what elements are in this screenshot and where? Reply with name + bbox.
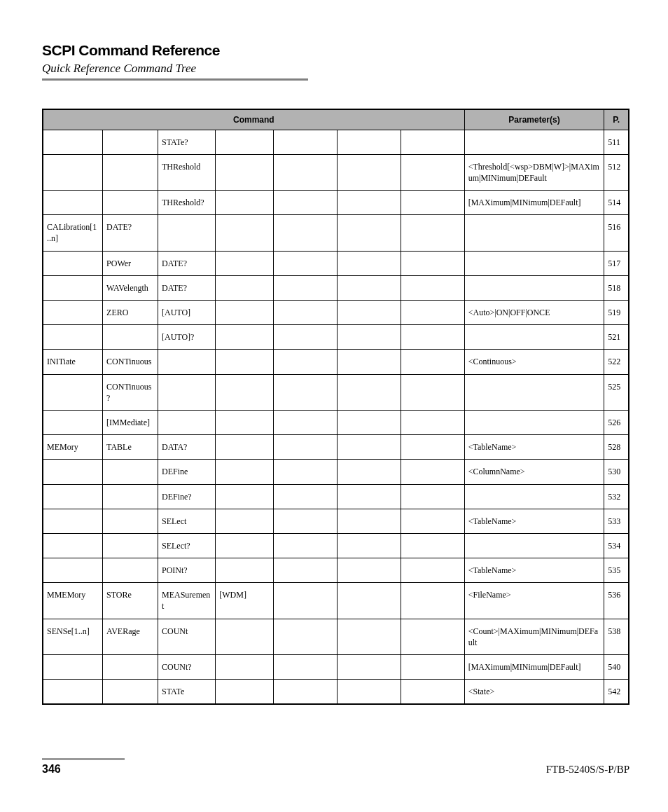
cell-c1: INITiate bbox=[43, 350, 103, 374]
cell-c2: CONTinuous bbox=[103, 350, 158, 374]
cell-c4 bbox=[216, 130, 273, 154]
table-row: [IMMediate]526 bbox=[43, 410, 629, 434]
cell-c5 bbox=[273, 325, 337, 350]
table-row: [AUTO]?521 bbox=[43, 325, 629, 350]
cell-param bbox=[464, 275, 604, 300]
table-row: WAVelengthDATE?518 bbox=[43, 275, 629, 300]
page-subtitle: Quick Reference Command Tree bbox=[42, 62, 629, 76]
cell-c4 bbox=[216, 484, 273, 509]
cell-c1 bbox=[43, 275, 103, 300]
cell-c6 bbox=[337, 583, 401, 619]
command-table: Command Parameter(s) P. STATe?511THResho… bbox=[42, 109, 629, 706]
cell-c2: POWer bbox=[103, 251, 158, 275]
cell-c5 bbox=[273, 374, 337, 410]
table-row: POWerDATE?517 bbox=[43, 251, 629, 275]
cell-param bbox=[464, 374, 604, 410]
cell-param: <Continuous> bbox=[464, 350, 604, 374]
table-row: THReshold?[MAXimum|MINimum|DEFault]514 bbox=[43, 191, 629, 215]
cell-page: 517 bbox=[604, 251, 629, 275]
cell-c4 bbox=[216, 509, 273, 533]
cell-c4 bbox=[216, 275, 273, 300]
cell-c5 bbox=[273, 191, 337, 215]
table-row: DEFine<ColumnName>530 bbox=[43, 460, 629, 484]
cell-c1 bbox=[43, 325, 103, 350]
cell-param: <State> bbox=[464, 680, 604, 705]
cell-c7 bbox=[401, 583, 464, 619]
cell-c3: STATe? bbox=[158, 130, 216, 154]
cell-c6 bbox=[337, 410, 401, 434]
cell-page: 528 bbox=[604, 435, 629, 460]
document-id: FTB-5240S/S-P/BP bbox=[546, 764, 629, 776]
page-footer: 346 FTB-5240S/S-P/BP bbox=[42, 758, 629, 776]
cell-c1 bbox=[43, 410, 103, 434]
table-row: SELect<TableName>533 bbox=[43, 509, 629, 533]
cell-c4 bbox=[216, 533, 273, 558]
cell-c6 bbox=[337, 130, 401, 154]
cell-c3: DATE? bbox=[158, 251, 216, 275]
cell-c3: DEFine? bbox=[158, 484, 216, 509]
cell-c6 bbox=[337, 619, 401, 654]
cell-c1 bbox=[43, 484, 103, 509]
cell-c3 bbox=[158, 374, 216, 410]
cell-c7 bbox=[401, 435, 464, 460]
cell-c5 bbox=[273, 484, 337, 509]
cell-page: 534 bbox=[604, 533, 629, 558]
cell-c5 bbox=[273, 275, 337, 300]
cell-page: 521 bbox=[604, 325, 629, 350]
cell-c1 bbox=[43, 301, 103, 325]
cell-c6 bbox=[337, 558, 401, 583]
cell-c2 bbox=[103, 325, 158, 350]
table-header-row: Command Parameter(s) P. bbox=[43, 109, 629, 130]
cell-c4 bbox=[216, 619, 273, 654]
cell-page: 522 bbox=[604, 350, 629, 374]
cell-c2 bbox=[103, 460, 158, 484]
cell-c1: SENSe[1..n] bbox=[43, 619, 103, 654]
table-row: POINt?<TableName>535 bbox=[43, 558, 629, 583]
cell-c1 bbox=[43, 533, 103, 558]
table-row: MEMoryTABLeDATA?<TableName>528 bbox=[43, 435, 629, 460]
cell-c6 bbox=[337, 325, 401, 350]
cell-c7 bbox=[401, 130, 464, 154]
cell-page: 538 bbox=[604, 619, 629, 654]
title-rule bbox=[42, 78, 308, 81]
cell-c7 bbox=[401, 460, 464, 484]
cell-c6 bbox=[337, 680, 401, 705]
cell-param bbox=[464, 533, 604, 558]
cell-c3: COUNt? bbox=[158, 655, 216, 680]
cell-c6 bbox=[337, 191, 401, 215]
table-row: STATe<State>542 bbox=[43, 680, 629, 705]
cell-c7 bbox=[401, 558, 464, 583]
cell-c4 bbox=[216, 215, 273, 251]
cell-c4 bbox=[216, 154, 273, 190]
cell-c4 bbox=[216, 191, 273, 215]
cell-c4: [WDM] bbox=[216, 583, 273, 619]
cell-param: <ColumnName> bbox=[464, 460, 604, 484]
cell-param: <Count>|MAXimum|MINimum|DEFault bbox=[464, 619, 604, 654]
cell-c7 bbox=[401, 374, 464, 410]
cell-param bbox=[464, 215, 604, 251]
cell-c5 bbox=[273, 350, 337, 374]
cell-page: 514 bbox=[604, 191, 629, 215]
cell-param: [MAXimum|MINimum|DEFault] bbox=[464, 191, 604, 215]
cell-param: <TableName> bbox=[464, 558, 604, 583]
cell-c4 bbox=[216, 460, 273, 484]
cell-page: 526 bbox=[604, 410, 629, 434]
cell-param: <FileName> bbox=[464, 583, 604, 619]
cell-c7 bbox=[401, 350, 464, 374]
cell-page: 530 bbox=[604, 460, 629, 484]
cell-c4 bbox=[216, 350, 273, 374]
table-row: MMEMorySTOReMEASurement[WDM]<FileName>53… bbox=[43, 583, 629, 619]
cell-c2: WAVelength bbox=[103, 275, 158, 300]
cell-c4 bbox=[216, 680, 273, 705]
page-title: SCPI Command Reference bbox=[42, 42, 629, 59]
cell-c5 bbox=[273, 435, 337, 460]
cell-c1 bbox=[43, 558, 103, 583]
cell-c7 bbox=[401, 275, 464, 300]
cell-c3: [AUTO]? bbox=[158, 325, 216, 350]
cell-c5 bbox=[273, 130, 337, 154]
cell-page: 525 bbox=[604, 374, 629, 410]
table-row: DEFine?532 bbox=[43, 484, 629, 509]
cell-c1 bbox=[43, 655, 103, 680]
table-row: SELect?534 bbox=[43, 533, 629, 558]
cell-c7 bbox=[401, 680, 464, 705]
